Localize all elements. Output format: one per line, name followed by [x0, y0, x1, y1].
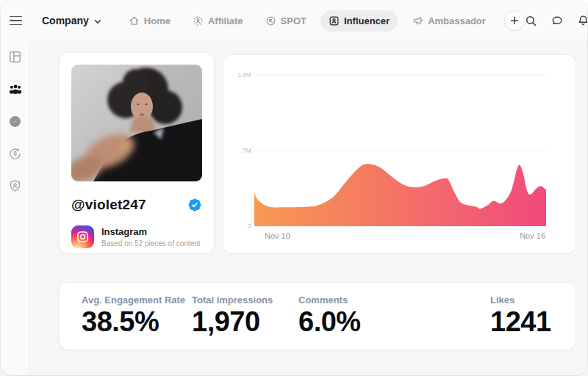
x-label-start: Nov 10 — [265, 231, 290, 240]
area-chart — [223, 55, 576, 253]
stats-summary-card: Avg. Engagement Rate38.5%Total Impressio… — [60, 283, 576, 350]
platform-name: Instagram — [101, 226, 201, 237]
stat-value: 38.5% — [82, 306, 192, 338]
impressions-chart-card: 14M 7M 0 Nov 10 Nov 16 — [223, 55, 576, 253]
sidebar-item-payments[interactable]: $ — [7, 145, 24, 162]
tab-label: Home — [144, 15, 171, 26]
dashboard-icon — [8, 50, 22, 64]
instagram-icon — [71, 225, 94, 248]
company-menu[interactable]: Company — [42, 15, 101, 26]
ambassador-icon — [412, 15, 423, 26]
plus-icon — [510, 16, 519, 25]
tab-label: Ambassador — [428, 15, 486, 26]
search-icon[interactable] — [525, 15, 537, 27]
affiliate-icon — [193, 15, 204, 26]
main-content: @violet247 Instagram Based on 52 pieces … — [30, 41, 587, 375]
chat-icon[interactable] — [551, 15, 564, 27]
influencer-handle: @violet247 — [71, 197, 146, 213]
company-label: Company — [42, 15, 89, 26]
compass-icon — [8, 115, 22, 129]
influencer-icon — [329, 15, 340, 26]
sidebar-item-people[interactable] — [7, 80, 24, 98]
sidebar-nav: $ — [1, 41, 30, 375]
topbar-action-icons — [525, 14, 587, 27]
topbar: Company HomeAffiliateSPOTInfluencerAmbas… — [30, 0, 587, 41]
sidebar-item-security[interactable] — [7, 177, 24, 195]
area-series — [254, 164, 546, 226]
nav-tabs: HomeAffiliateSPOTInfluencerAmbassador — [121, 10, 494, 32]
stat-avg-engagement-rate: Avg. Engagement Rate38.5% — [82, 294, 192, 350]
payments-icon: $ — [8, 147, 22, 161]
stat-likes: Likes1241 — [490, 294, 553, 350]
spot-icon — [265, 15, 276, 26]
stat-value: 1241 — [490, 306, 553, 338]
influencer-profile-card: @violet247 Instagram Based on 52 pieces … — [60, 53, 214, 253]
menu-cell — [1, 0, 30, 41]
add-button[interactable] — [504, 10, 525, 31]
svg-text:$: $ — [13, 150, 17, 157]
hamburger-icon[interactable] — [10, 16, 22, 26]
tab-ambassador[interactable]: Ambassador — [404, 10, 494, 32]
chevron-down-icon — [94, 15, 101, 26]
sidebar-item-compass[interactable] — [7, 112, 24, 130]
stat-label: Total Impressions — [192, 294, 298, 306]
tab-spot[interactable]: SPOT — [257, 10, 315, 32]
home-icon — [129, 15, 140, 26]
tab-affiliate[interactable]: Affiliate — [184, 10, 251, 32]
stat-label: Avg. Engagement Rate — [82, 294, 192, 306]
app-window: Company HomeAffiliateSPOTInfluencerAmbas… — [1, 0, 587, 375]
tab-influencer[interactable]: Influencer — [320, 10, 398, 32]
security-icon — [8, 179, 22, 193]
verified-badge-icon — [187, 198, 202, 212]
profile-photo — [71, 65, 202, 181]
stat-label: Comments — [298, 294, 490, 306]
sidebar-item-dashboard[interactable] — [7, 48, 24, 65]
stat-comments: Comments6.0% — [298, 294, 490, 350]
tab-label: SPOT — [281, 15, 306, 26]
stat-value: 6.0% — [298, 306, 490, 338]
stat-total-impressions: Total Impressions1,970 — [192, 294, 298, 350]
handle-row: @violet247 — [71, 197, 203, 213]
tab-home[interactable]: Home — [121, 10, 179, 32]
people-icon — [8, 82, 23, 95]
platform-note: Based on 52 pieces of content — [101, 239, 201, 247]
bell-icon[interactable] — [577, 14, 587, 27]
tab-label: Affiliate — [208, 15, 243, 26]
x-label-end: Nov 16 — [520, 231, 545, 240]
stat-label: Likes — [490, 294, 553, 306]
tab-label: Influencer — [344, 15, 390, 26]
stat-value: 1,970 — [192, 306, 298, 338]
platform-row[interactable]: Instagram Based on 52 pieces of content — [71, 225, 203, 248]
